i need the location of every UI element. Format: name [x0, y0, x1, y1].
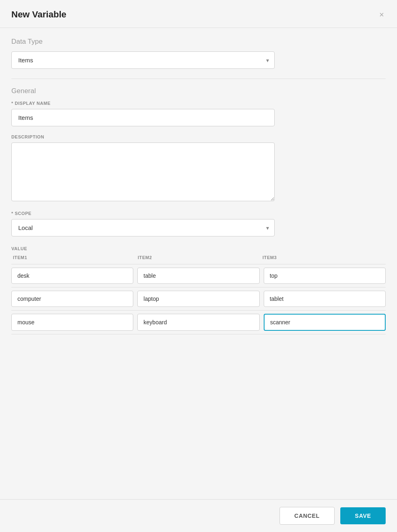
col-header-item2: ITEM2: [136, 255, 261, 260]
data-type-select-wrapper: Items String Number Boolean Date ▾: [11, 51, 275, 69]
value-section: VALUE ITEM1 ITEM2 ITEM3: [11, 246, 386, 334]
modal-footer: CANCEL SAVE: [0, 499, 397, 532]
value-row1-col2-input[interactable]: [137, 268, 259, 284]
display-name-group: * DISPLAY NAME: [11, 101, 386, 126]
scope-select-wrapper: Local Global Session ▾: [11, 219, 275, 236]
value-row1-col3-input[interactable]: [264, 268, 386, 284]
value-row3-col2-input[interactable]: [137, 314, 259, 331]
display-name-label: * DISPLAY NAME: [11, 101, 386, 106]
general-section: General * DISPLAY NAME DESCRIPTION * SCO…: [11, 87, 386, 236]
data-type-select[interactable]: Items String Number Boolean Date: [11, 51, 275, 69]
value-row3-col3-input[interactable]: [264, 314, 386, 331]
description-input[interactable]: [11, 143, 275, 201]
scope-group: * SCOPE Local Global Session ▾: [11, 211, 386, 236]
modal-header: New Variable ×: [0, 0, 397, 28]
description-label: DESCRIPTION: [11, 134, 386, 139]
save-button[interactable]: SAVE: [340, 507, 386, 524]
modal-title: New Variable: [11, 9, 66, 20]
scope-select[interactable]: Local Global Session: [11, 219, 275, 236]
modal-body: Data Type Items String Number Boolean Da…: [0, 28, 397, 499]
value-row2-col3-input[interactable]: [264, 291, 386, 307]
col-header-item1: ITEM1: [11, 255, 136, 260]
value-row2-col1-input[interactable]: [11, 291, 133, 307]
divider-1: [11, 79, 386, 79]
description-group: DESCRIPTION: [11, 134, 386, 203]
value-row-3: [11, 310, 386, 334]
value-row2-col2-input[interactable]: [137, 291, 259, 307]
value-row-1: [11, 264, 386, 287]
new-variable-modal: New Variable × Data Type Items String Nu…: [0, 0, 397, 532]
general-label: General: [11, 87, 386, 95]
value-row-2: [11, 287, 386, 310]
cancel-button[interactable]: CANCEL: [280, 507, 335, 525]
value-table-header: ITEM1 ITEM2 ITEM3: [11, 255, 386, 262]
display-name-input[interactable]: [11, 109, 275, 126]
scope-label: * SCOPE: [11, 211, 386, 216]
value-row3-col1-input[interactable]: [11, 314, 133, 331]
data-type-section: Data Type Items String Number Boolean Da…: [11, 38, 386, 69]
col-header-item3: ITEM3: [261, 255, 386, 260]
value-label: VALUE: [11, 246, 386, 251]
close-button[interactable]: ×: [378, 9, 386, 20]
value-row1-col1-input[interactable]: [11, 268, 133, 284]
data-type-label: Data Type: [11, 38, 386, 46]
